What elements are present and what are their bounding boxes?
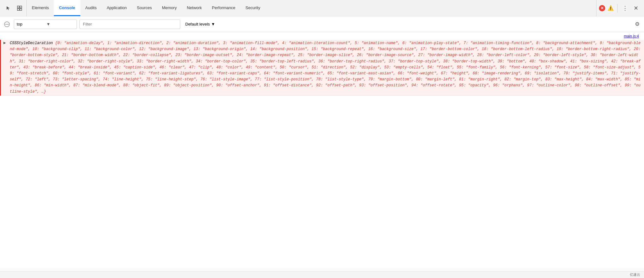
console-output-area: main.js:4 ▶ CSSStyleDeclaration {0: "ani… bbox=[0, 32, 644, 278]
error-count-badge: ✕ bbox=[599, 5, 605, 11]
tab-console[interactable]: Console bbox=[54, 0, 80, 16]
svg-rect-2 bbox=[17, 9, 19, 10]
devtools-icons bbox=[1, 0, 27, 16]
tab-list: Elements Console Audits Application Sour… bbox=[27, 0, 596, 16]
clear-console-button[interactable] bbox=[3, 20, 11, 29]
tab-network[interactable]: Network bbox=[182, 0, 207, 16]
filter-input[interactable] bbox=[79, 20, 180, 29]
svg-rect-1 bbox=[20, 6, 22, 8]
tab-audits[interactable]: Audits bbox=[80, 0, 102, 16]
console-message-content: CSSStyleDeclaration {0: "animation-delay… bbox=[10, 40, 641, 95]
console-toolbar: top ▼ Default levels ▼ ⚙ bbox=[0, 16, 644, 32]
tab-elements[interactable]: Elements bbox=[27, 0, 54, 16]
cursor-icon[interactable] bbox=[4, 4, 13, 13]
status-text: 亿速云 bbox=[630, 272, 640, 277]
tab-bar-right: ✕ ⚠️ ⋮ ✕ bbox=[596, 0, 643, 16]
warning-icon: ⚠️ bbox=[607, 5, 614, 12]
tab-performance[interactable]: Performance bbox=[207, 0, 240, 16]
tab-application[interactable]: Application bbox=[102, 0, 132, 16]
context-dropdown-arrow: ▼ bbox=[46, 22, 74, 26]
close-devtools-button[interactable]: ✕ bbox=[631, 4, 640, 13]
file-reference[interactable]: main.js:4 bbox=[0, 33, 644, 40]
svg-rect-3 bbox=[20, 9, 22, 10]
log-level-selector[interactable]: Default levels ▼ bbox=[183, 20, 218, 28]
tab-bar: Elements Console Audits Application Sour… bbox=[0, 0, 644, 16]
tab-security[interactable]: Security bbox=[240, 0, 265, 16]
more-options-icon[interactable]: ⋮ bbox=[621, 4, 630, 13]
svg-rect-0 bbox=[17, 6, 19, 8]
console-message-row: ▶ CSSStyleDeclaration {0: "animation-del… bbox=[0, 40, 644, 96]
tab-sources[interactable]: Sources bbox=[132, 0, 157, 16]
settings-button[interactable]: ⚙ bbox=[633, 20, 641, 29]
divider bbox=[617, 4, 618, 13]
tab-memory[interactable]: Memory bbox=[157, 0, 182, 16]
context-selector[interactable]: top ▼ bbox=[14, 20, 77, 29]
inspect-icon[interactable] bbox=[15, 4, 24, 13]
expand-arrow-icon[interactable]: ▶ bbox=[3, 41, 6, 44]
status-bar: 亿速云 bbox=[0, 271, 644, 278]
level-dropdown-arrow: ▼ bbox=[211, 22, 215, 26]
